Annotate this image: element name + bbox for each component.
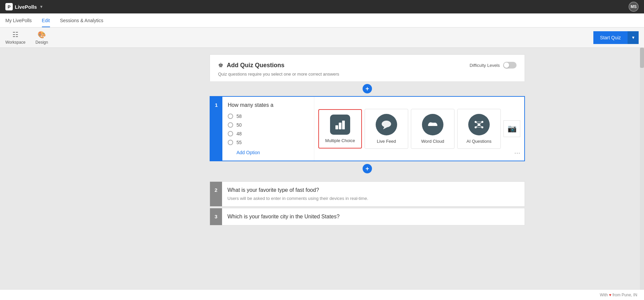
subnav-item-edit[interactable]: Edit (42, 13, 50, 27)
svg-rect-0 (335, 125, 338, 129)
option-text: 58 (236, 114, 242, 119)
subnav-item-my-livepolls[interactable]: My LivePolls (5, 13, 32, 27)
image-placeholder[interactable]: 📷 (503, 120, 520, 137)
quiz-title-row: ♚ Add Quiz Questions Difficulty Levels (218, 61, 517, 69)
crown-icon: ♚ (218, 61, 223, 69)
difficulty-row: Difficulty Levels (470, 62, 517, 69)
question-3-card: 3 Which is your favorite city in the Uni… (210, 208, 525, 225)
question-2-card: 2 What is your favorite type of fast foo… (210, 181, 525, 207)
question-2-text: What is your favorite type of fast food? (227, 187, 519, 193)
svg-line-15 (476, 122, 479, 125)
option-item: 48 (228, 131, 309, 136)
brand[interactable]: P LivePolls ▾ (5, 3, 42, 10)
live-feed-icon (376, 114, 397, 135)
quiz-header: ♚ Add Quiz Questions Difficulty Levels Q… (210, 54, 525, 81)
start-quiz-container: Start Quiz ▼ (593, 31, 639, 44)
start-quiz-dropdown-button[interactable]: ▼ (628, 31, 639, 44)
add-question-bottom-row: + (210, 161, 525, 176)
start-quiz-button[interactable]: Start Quiz (593, 31, 628, 44)
svg-point-3 (382, 121, 391, 127)
type-ai-questions[interactable]: AI Questions (457, 109, 501, 149)
type-label-multiple-choice: Multiple Choice (325, 138, 355, 143)
option-text: 48 (236, 131, 242, 136)
option-item: 58 (228, 114, 309, 119)
option-item: 55 (228, 140, 309, 145)
svg-line-18 (479, 125, 482, 127)
brand-logo: P (5, 3, 13, 10)
add-question-bottom-button[interactable]: + (363, 164, 372, 173)
brand-name: LivePolls (15, 4, 37, 10)
image-icon: 📷 (507, 124, 517, 133)
footer: With ♥ from Pune, IN (0, 290, 644, 300)
scrollbar-thumb[interactable] (640, 48, 644, 68)
type-label-live-feed: Live Feed (377, 139, 396, 144)
option-text: 50 (236, 122, 242, 128)
add-question-top-button[interactable]: + (363, 84, 372, 93)
svg-rect-1 (339, 123, 341, 129)
quiz-title: Add Quiz Questions (227, 62, 284, 69)
toolbar-workspace[interactable]: ☷ Workspace (5, 31, 25, 45)
type-multiple-choice[interactable]: Multiple Choice (318, 109, 362, 148)
type-selector: Multiple Choice Live Feed (314, 97, 524, 161)
question-2-body: What is your favorite type of fast food?… (222, 182, 525, 206)
question-1-number: 1 (210, 97, 222, 161)
topbar: P LivePolls ▾ MS (0, 0, 644, 13)
toolbar-left: ☷ Workspace 🎨 Design (5, 31, 48, 45)
workspace-icon: ☷ (12, 31, 18, 39)
type-label-word-cloud: Word Cloud (421, 139, 444, 144)
brand-chevron-icon[interactable]: ▾ (40, 4, 42, 9)
question-1-card: 1 How many states a 58 50 48 (210, 96, 525, 161)
option-item: 50 (228, 122, 309, 128)
option-radio[interactable] (228, 122, 233, 128)
option-radio[interactable] (228, 131, 233, 136)
main-content: ♚ Add Quiz Questions Difficulty Levels Q… (0, 48, 644, 300)
question-1-body: How many states a 58 50 48 (222, 97, 314, 161)
subnav-item-sessions[interactable]: Sessions & Analytics (60, 13, 103, 27)
type-live-feed[interactable]: Live Feed (365, 109, 408, 149)
toolbar: ☷ Workspace 🎨 Design Start Quiz ▼ (0, 28, 644, 48)
svg-line-16 (479, 122, 482, 125)
quiz-title-left: ♚ Add Quiz Questions (218, 61, 284, 69)
footer-text: With ♥ from Pune, IN (600, 293, 637, 297)
options-list: 58 50 48 55 (228, 114, 309, 145)
type-word-cloud[interactable]: Word Cloud (411, 109, 454, 149)
svg-rect-9 (428, 126, 437, 127)
user-avatar[interactable]: MS (629, 2, 639, 12)
toolbar-design[interactable]: 🎨 Design (36, 31, 48, 45)
question-3-text: Which is your favorite city in the Unite… (227, 214, 519, 220)
question-3-number: 3 (210, 208, 222, 225)
option-radio[interactable] (228, 114, 233, 119)
option-text: 55 (236, 140, 242, 145)
question-2-subtitle: Users will be asked to enter in comments… (227, 196, 519, 201)
add-question-top-row: + (210, 81, 525, 96)
word-cloud-icon (422, 114, 443, 135)
multiple-choice-icon (330, 115, 350, 135)
question-3-body: Which is your favorite city in the Unite… (222, 208, 525, 225)
svg-rect-2 (342, 121, 345, 129)
difficulty-label: Difficulty Levels (470, 63, 500, 68)
toggle-knob (504, 62, 509, 68)
question-1-text: How many states a (228, 102, 309, 108)
type-label-ai-questions: AI Questions (467, 139, 491, 144)
design-icon: 🎨 (38, 31, 46, 39)
difficulty-toggle[interactable] (503, 62, 517, 69)
scrollbar-track[interactable] (640, 48, 644, 293)
content-area: ♚ Add Quiz Questions Difficulty Levels Q… (203, 54, 532, 225)
question-2-number: 2 (210, 182, 222, 206)
subnav: My LivePolls Edit Sessions & Analytics (0, 13, 644, 28)
quiz-subtitle: Quiz questions require you select one or… (218, 72, 517, 77)
add-option-button[interactable]: Add Option (236, 150, 260, 155)
more-menu-button[interactable]: ⋯ (514, 149, 520, 157)
heart-icon: ♥ (609, 293, 611, 297)
ai-questions-icon (468, 114, 490, 135)
svg-line-17 (476, 125, 479, 127)
option-radio[interactable] (228, 140, 233, 145)
